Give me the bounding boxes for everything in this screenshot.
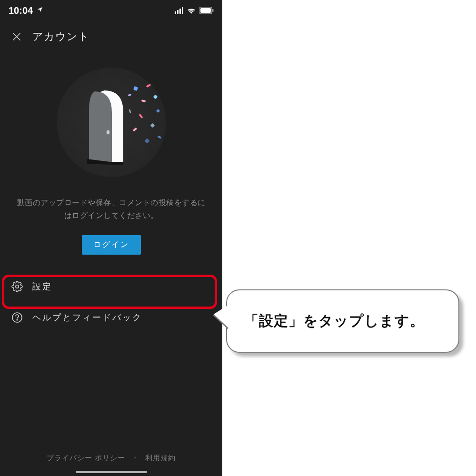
door-icon: [85, 87, 133, 158]
page-header: アカウント: [0, 21, 222, 49]
instruction-callout: 「設定」をタップします。: [226, 289, 459, 353]
phone-screen: 10:04 アカウント: [0, 0, 222, 476]
terms-link[interactable]: 利用規約: [143, 454, 178, 462]
svg-rect-1: [200, 8, 211, 13]
login-button[interactable]: ログイン: [82, 235, 141, 255]
svg-point-4: [16, 285, 19, 288]
footer-links: プライバシー ポリシー ・ 利用規約: [0, 454, 222, 463]
svg-rect-2: [212, 9, 214, 12]
battery-icon: [199, 7, 214, 14]
menu-item-settings[interactable]: 設定: [0, 271, 222, 302]
menu-item-label: ヘルプとフィードバック: [32, 312, 142, 323]
login-illustration: [0, 49, 222, 177]
help-icon: [11, 312, 23, 323]
menu-item-help[interactable]: ヘルプとフィードバック: [0, 302, 222, 333]
status-time: 10:04: [9, 5, 33, 16]
login-prompt-text: 動画のアップロードや保存、コメントの投稿をするにはログインしてください。: [0, 177, 222, 222]
cellular-signal-icon: [175, 7, 183, 14]
menu-item-label: 設定: [32, 281, 52, 292]
home-indicator[interactable]: [76, 471, 147, 473]
location-arrow-icon: [37, 6, 43, 15]
gear-icon: [11, 281, 23, 292]
menu-list: 設定 ヘルプとフィードバック: [0, 271, 222, 333]
instruction-text: 「設定」をタップします。: [244, 313, 425, 328]
close-icon[interactable]: [11, 31, 22, 42]
svg-point-3: [106, 130, 109, 134]
svg-point-6: [17, 319, 18, 320]
separator-dot: ・: [129, 454, 141, 462]
page-title: アカウント: [32, 30, 89, 44]
privacy-link[interactable]: プライバシー ポリシー: [45, 454, 127, 462]
status-bar: 10:04: [0, 0, 222, 21]
wifi-icon: [187, 7, 196, 14]
